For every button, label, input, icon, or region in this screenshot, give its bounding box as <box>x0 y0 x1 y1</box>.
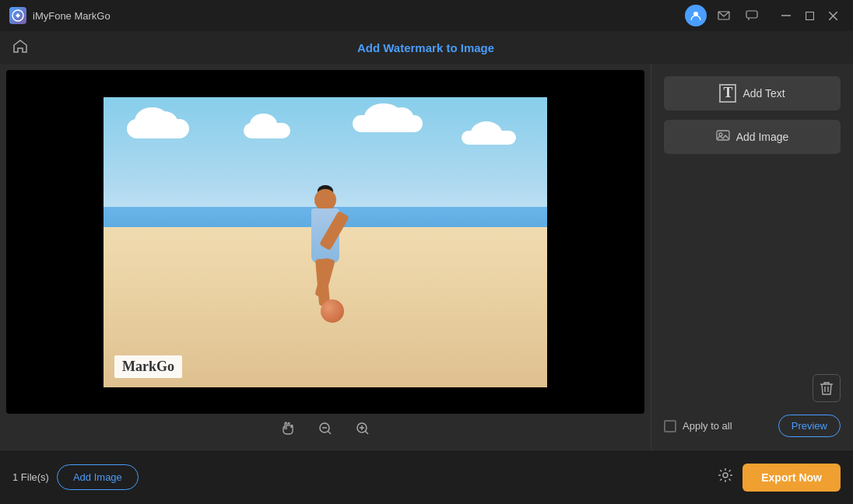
apply-to-all-label: Apply to all <box>683 420 732 432</box>
svg-line-14 <box>365 431 368 434</box>
svg-point-19 <box>723 473 728 478</box>
svg-rect-5 <box>806 12 813 19</box>
add-text-button[interactable]: T Add Text <box>664 76 841 110</box>
svg-rect-3 <box>746 11 757 18</box>
app-name: iMyFone MarkGo <box>33 10 111 22</box>
svg-point-16 <box>719 133 722 136</box>
preview-button[interactable]: Preview <box>778 415 841 437</box>
figure-head <box>314 189 336 211</box>
image-container: MarkGo <box>6 70 644 414</box>
title-bar: iMyFone MarkGo <box>0 0 853 31</box>
cloud-3 <box>353 115 423 132</box>
image-toolbar <box>6 414 644 443</box>
cloud-4 <box>462 131 516 145</box>
zoom-in-tool[interactable] <box>352 418 374 439</box>
cloud-1 <box>127 119 189 138</box>
chat-icon[interactable] <box>741 5 763 26</box>
bottom-controls: Apply to all Preview <box>664 415 841 437</box>
mail-icon[interactable] <box>713 5 735 26</box>
window-controls <box>775 5 844 26</box>
close-button[interactable] <box>822 5 844 26</box>
canvas-area: MarkGo <box>0 64 651 450</box>
right-panel: T Add Text Add Image <box>651 64 853 450</box>
hand-tool[interactable] <box>277 418 299 439</box>
main-content: MarkGo <box>0 64 853 450</box>
page-title: Add Watermark to Image <box>34 41 817 54</box>
svg-line-10 <box>328 431 331 434</box>
zoom-out-tool[interactable] <box>314 418 336 439</box>
settings-button[interactable] <box>718 467 733 487</box>
export-button[interactable]: Export Now <box>742 464 841 492</box>
sub-header: Add Watermark to Image <box>0 31 853 64</box>
add-text-icon: T <box>719 84 736 103</box>
title-bar-controls <box>685 5 844 26</box>
beach-image: MarkGo <box>104 97 547 387</box>
app-logo: iMyFone MarkGo <box>9 7 111 24</box>
home-button[interactable] <box>12 39 28 57</box>
bottom-bar: 1 File(s) Add Image Export Now <box>0 450 853 504</box>
bottom-right-controls: Export Now <box>718 464 841 492</box>
watermark-text[interactable]: MarkGo <box>114 355 182 378</box>
minimize-button[interactable] <box>775 5 797 26</box>
checkbox[interactable] <box>664 420 676 432</box>
add-image-icon <box>716 128 730 145</box>
trash-button[interactable] <box>813 374 841 402</box>
maximize-button[interactable] <box>799 5 820 26</box>
cloud-2 <box>244 123 290 138</box>
user-icon[interactable] <box>685 5 707 26</box>
apply-to-all-checkbox[interactable]: Apply to all <box>664 420 732 432</box>
file-count: 1 File(s) <box>12 471 49 483</box>
add-image-bottom-button[interactable]: Add Image <box>57 464 139 490</box>
logo-icon <box>9 7 26 24</box>
add-image-button[interactable]: Add Image <box>664 120 841 154</box>
